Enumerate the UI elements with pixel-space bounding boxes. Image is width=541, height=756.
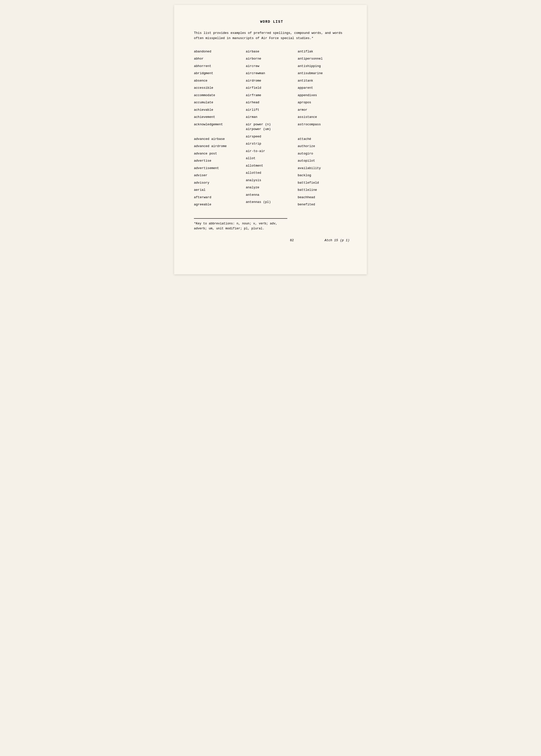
list-item: afterward bbox=[194, 194, 246, 201]
list-item: aerial bbox=[194, 186, 246, 194]
list-item: antisubmarine bbox=[298, 70, 349, 77]
list-item: antiflak bbox=[298, 48, 349, 55]
list-item: abridgment bbox=[194, 70, 246, 77]
list-item: airfield bbox=[246, 84, 298, 92]
list-item: availability bbox=[298, 165, 349, 172]
list-item: advertisement bbox=[194, 165, 246, 172]
list-item: airdrome bbox=[246, 77, 298, 85]
list-item: absence bbox=[194, 77, 246, 85]
list-item: battleline bbox=[298, 186, 349, 194]
list-item: airbase bbox=[246, 48, 298, 55]
list-item: abhor bbox=[194, 55, 246, 63]
list-item: antennas (pl) bbox=[246, 199, 298, 206]
list-item: assistance bbox=[298, 113, 349, 121]
page-title: WORD LIST bbox=[194, 20, 349, 24]
list-item: autogiro bbox=[298, 150, 349, 157]
list-item: achievable bbox=[194, 106, 246, 114]
column-2: airbase airborne aircrew aircrewman aird… bbox=[246, 48, 298, 208]
list-item: allotted bbox=[246, 169, 298, 177]
list-item: allotment bbox=[246, 162, 298, 170]
list-item: adviser bbox=[194, 172, 246, 179]
list-item: airman bbox=[246, 113, 298, 121]
page-number: 82 bbox=[259, 239, 324, 242]
list-item: astrocompass bbox=[298, 121, 349, 128]
list-item: abandoned bbox=[194, 48, 246, 55]
list-item: abhorrent bbox=[194, 63, 246, 70]
list-item: airstrip bbox=[246, 140, 298, 148]
list-item: aircrew bbox=[246, 63, 298, 70]
list-item: advisory bbox=[194, 179, 246, 187]
list-item: air-to-air bbox=[246, 148, 298, 155]
list-item: advanced airdrome bbox=[194, 143, 246, 150]
list-item: accessible bbox=[194, 84, 246, 92]
list-item: autopilot bbox=[298, 157, 349, 165]
list-item: battlefield bbox=[298, 179, 349, 187]
list-item: airlift bbox=[246, 106, 298, 114]
list-item: antishipping bbox=[298, 63, 349, 70]
list-item: accommodate bbox=[194, 92, 246, 99]
list-item: airborne bbox=[246, 55, 298, 63]
list-item: air power (n)airpower (um) bbox=[246, 121, 298, 133]
list-item: armor bbox=[298, 106, 349, 114]
list-item: antitank bbox=[298, 77, 349, 85]
list-item: advanced airbase bbox=[194, 135, 246, 143]
page: WORD LIST This list provides examples of… bbox=[174, 5, 367, 274]
list-item: achievement bbox=[194, 113, 246, 121]
list-item-spacer bbox=[194, 128, 246, 135]
page-ref: Atch 15 (p 1) bbox=[324, 239, 349, 242]
column-3: antiflak antipersonnel antishipping anti… bbox=[298, 48, 349, 208]
list-item-spacer bbox=[298, 128, 349, 135]
list-item: advance post bbox=[194, 150, 246, 157]
list-item: backlog bbox=[298, 172, 349, 179]
footnote-section: *Key to abbreviations: n, noun; v, verb;… bbox=[194, 218, 287, 231]
list-item: apparent bbox=[298, 84, 349, 92]
list-item: airhead bbox=[246, 99, 298, 106]
list-item: antipersonnel bbox=[298, 55, 349, 63]
page-footer: 82 Atch 15 (p 1) bbox=[194, 239, 349, 242]
word-columns: abandoned abhor abhorrent abridgment abs… bbox=[194, 48, 349, 208]
column-1: abandoned abhor abhorrent abridgment abs… bbox=[194, 48, 246, 208]
list-item: analyze bbox=[246, 184, 298, 191]
list-item: beachhead bbox=[298, 194, 349, 201]
list-item: attaché bbox=[298, 135, 349, 143]
list-item: apropos bbox=[298, 99, 349, 106]
list-item: benefited bbox=[298, 201, 349, 208]
list-item: authorize bbox=[298, 143, 349, 150]
list-item: allot bbox=[246, 155, 298, 162]
list-item: accumulate bbox=[194, 99, 246, 106]
list-item: antenna bbox=[246, 191, 298, 199]
list-item: analysis bbox=[246, 177, 298, 184]
list-item: aircrewman bbox=[246, 70, 298, 77]
list-item: airframe bbox=[246, 92, 298, 99]
list-item: advertise bbox=[194, 157, 246, 165]
list-item: appendixes bbox=[298, 92, 349, 99]
list-item: agreeable bbox=[194, 201, 246, 208]
list-item: acknowledgement bbox=[194, 121, 246, 128]
intro-text: This list provides examples of preferred… bbox=[194, 31, 349, 41]
footnote-text: *Key to abbreviations: n, noun; v, verb;… bbox=[194, 222, 277, 230]
list-item: airspeed bbox=[246, 133, 298, 140]
